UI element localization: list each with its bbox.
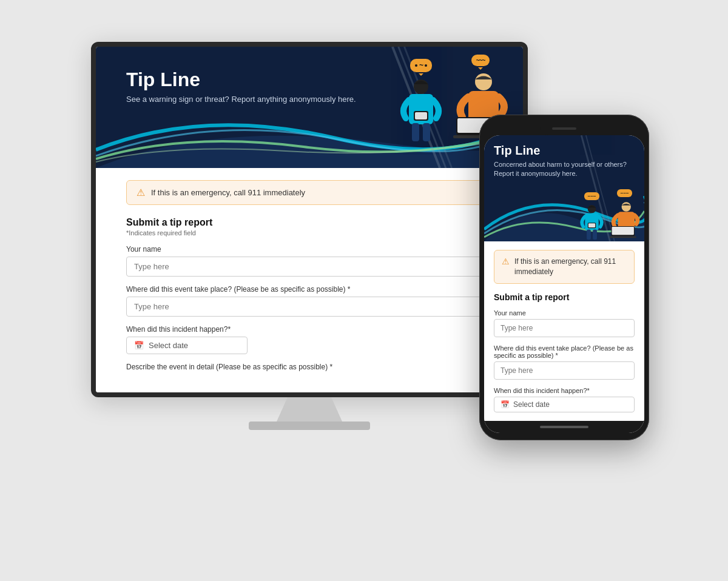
- desktop-emergency-text: If this is an emergency, call 911 immedi…: [151, 188, 305, 197]
- phone-outer: Tip Line Concerned about harm to yoursel…: [479, 115, 649, 440]
- phone-form-body: ⚠ If this is an emergency, call 911 imme…: [484, 241, 644, 421]
- monitor-form-body: ⚠ If this is an emergency, call 911 imme…: [96, 168, 523, 392]
- phone-name-input[interactable]: [494, 319, 635, 337]
- phone-banner: Tip Line Concerned about harm to yoursel…: [484, 135, 644, 241]
- desktop-emergency-banner: ⚠ If this is an emergency, call 911 imme…: [126, 180, 493, 205]
- svg-rect-8: [423, 123, 430, 141]
- phone-location-input[interactable]: [494, 361, 635, 380]
- phone-banner-subtitle: Concerned about harm to yourself or othe…: [494, 160, 635, 179]
- date-label: When did this incident happen?*: [126, 325, 493, 334]
- phone-screen: Tip Line Concerned about harm to yoursel…: [484, 135, 644, 433]
- mobile-phone: Tip Line Concerned about harm to yoursel…: [479, 115, 649, 440]
- calendar-icon: 📅: [134, 341, 144, 350]
- home-bar-indicator: [540, 426, 588, 428]
- location-input[interactable]: [126, 297, 493, 317]
- svg-rect-27: [610, 236, 636, 238]
- phone-name-label: Your name: [494, 309, 635, 317]
- phone-calendar-icon: 📅: [500, 400, 510, 409]
- desktop-form: Submit a tip report *Indicates required …: [126, 217, 493, 371]
- svg-rect-21: [587, 229, 591, 240]
- svg-rect-6: [415, 112, 427, 119]
- phone-date-input[interactable]: 📅 Select date: [494, 397, 635, 412]
- phone-warning-icon: ⚠: [502, 257, 510, 266]
- name-label: Your name: [126, 245, 493, 254]
- phone-notch: [540, 122, 588, 135]
- phone-emergency-banner: ⚠ If this is an emergency, call 911 imme…: [494, 250, 635, 284]
- scene: Tip Line See a warning sign or threat? R…: [61, 30, 667, 551]
- svg-rect-26: [612, 227, 634, 235]
- form-required-note: *Indicates required field: [126, 229, 493, 237]
- describe-label: Describe the event in detail (Please be …: [126, 363, 493, 371]
- warning-icon: ⚠: [136, 187, 145, 198]
- location-label: Where did this event take place? (Please…: [126, 285, 493, 294]
- svg-rect-20: [588, 223, 595, 227]
- form-section-title: Submit a tip report: [126, 217, 493, 228]
- phone-date-label: When did this incident happen?*: [494, 387, 635, 394]
- phone-home-bar: [484, 421, 644, 433]
- date-input-wrapper[interactable]: 📅 Select date: [126, 337, 248, 354]
- monitor-base: [249, 421, 370, 430]
- phone-speaker: [552, 127, 576, 130]
- monitor-stand: [273, 397, 346, 421]
- phone-date-placeholder: Select date: [513, 400, 550, 409]
- name-input[interactable]: [126, 257, 493, 277]
- date-placeholder: Select date: [149, 341, 188, 350]
- svg-rect-7: [412, 123, 419, 141]
- phone-form-title: Submit a tip report: [494, 292, 635, 302]
- phone-banner-title: Tip Line: [494, 144, 635, 158]
- monitor-screen: Tip Line See a warning sign or threat? R…: [91, 42, 528, 397]
- desktop-banner-subtitle: See a warning sign or threat? Report any…: [126, 95, 493, 104]
- monitor-banner: Tip Line See a warning sign or threat? R…: [96, 47, 523, 168]
- phone-emergency-text: If this is an emergency, call 911 immedi…: [514, 257, 627, 277]
- desktop-banner-title: Tip Line: [126, 69, 493, 91]
- svg-rect-22: [593, 229, 597, 240]
- svg-point-23: [622, 202, 631, 211]
- desktop-monitor: Tip Line See a warning sign or threat? R…: [91, 42, 528, 430]
- phone-location-label: Where did this event take place? (Please…: [494, 344, 635, 359]
